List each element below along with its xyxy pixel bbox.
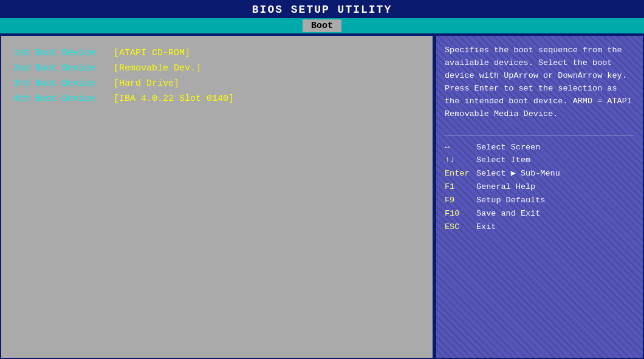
key-code: ↑↓: [445, 155, 476, 166]
key-item: ↑↓Select Item: [445, 155, 634, 166]
left-panel: 1st Boot Device2nd Boot Device3rd Boot D…: [1, 36, 433, 358]
boot-device-value[interactable]: [IBA 4.0.22 Slot 0140]: [114, 92, 234, 105]
key-description: Select Screen: [476, 142, 540, 154]
key-description: Select Item: [476, 155, 530, 166]
key-code: F10: [445, 208, 476, 220]
key-code: F9: [445, 195, 476, 207]
key-description: Select ▶ Sub-Menu: [476, 168, 560, 180]
boot-values: [ATAPI CD-ROM][Removable Dev.][Hard Driv…: [114, 47, 234, 347]
bios-title: BIOS SETUP UTILITY: [0, 0, 644, 16]
right-panel: Specifies the boot sequence from the ava…: [436, 36, 643, 358]
key-description: General Help: [476, 182, 535, 193]
key-list: ↔Select Screen↑↓Select ItemEnterSelect ▶…: [445, 142, 634, 233]
key-description: Setup Defaults: [476, 195, 545, 207]
key-item: ↔Select Screen: [445, 142, 634, 154]
boot-device-value[interactable]: [Hard Drive]: [114, 77, 234, 90]
key-code: ESC: [445, 222, 476, 233]
key-code: ↔: [445, 142, 476, 154]
help-text: Specifies the boot sequence from the ava…: [445, 44, 634, 121]
key-item: F9Setup Defaults: [445, 195, 634, 207]
key-description: Save and Exit: [476, 208, 540, 220]
boot-device-label: 4th Boot Device: [13, 92, 95, 105]
boot-device-value[interactable]: [ATAPI CD-ROM]: [114, 47, 234, 60]
key-item: EnterSelect ▶ Sub-Menu: [445, 168, 634, 180]
key-description: Exit: [476, 222, 496, 233]
boot-device-label: 3rd Boot Device: [13, 77, 95, 90]
boot-device-section: 1st Boot Device2nd Boot Device3rd Boot D…: [13, 47, 420, 347]
boot-device-label: 1st Boot Device: [13, 47, 95, 60]
key-item: ESCExit: [445, 222, 634, 233]
key-item: F1General Help: [445, 182, 634, 193]
key-code: Enter: [445, 168, 476, 180]
boot-labels: 1st Boot Device2nd Boot Device3rd Boot D…: [13, 47, 95, 347]
tab-bar: Boot: [0, 18, 644, 33]
key-divider: [445, 135, 634, 136]
boot-device-value[interactable]: [Removable Dev.]: [114, 62, 234, 75]
main-content: 1st Boot Device2nd Boot Device3rd Boot D…: [1, 36, 643, 358]
boot-device-label: 2nd Boot Device: [13, 62, 95, 75]
key-code: F1: [445, 182, 476, 193]
tab-boot[interactable]: Boot: [303, 19, 341, 32]
key-item: F10Save and Exit: [445, 208, 634, 220]
